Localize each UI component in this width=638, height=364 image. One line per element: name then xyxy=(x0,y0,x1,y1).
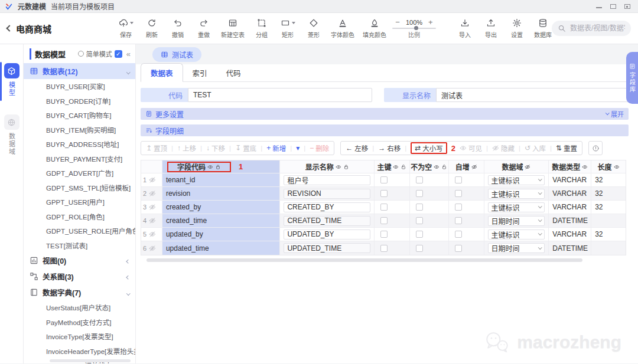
rail-item-data-domain[interactable]: 数据域 xyxy=(4,114,19,156)
rail-item-model[interactable]: 模型 xyxy=(4,63,19,97)
not-null-checkbox[interactable] xyxy=(416,204,423,211)
tool-new-empty-table-button[interactable]: 新建空表 xyxy=(221,18,245,39)
reset-fields-button[interactable]: ⇅重置 xyxy=(556,143,577,153)
info-button[interactable] xyxy=(588,141,603,155)
not-null-checkbox[interactable] xyxy=(416,176,423,183)
cell-field-code[interactable]: created_by xyxy=(162,201,280,214)
more-settings-bar[interactable]: 更多设置 展开 xyxy=(141,108,629,120)
column-header-length[interactable]: 长度 xyxy=(591,160,626,173)
column-header-data-type[interactable]: 数据类型 xyxy=(549,160,591,173)
move-down-button[interactable]: ↓下移 xyxy=(206,143,225,153)
tree-item[interactable]: InvoiceHeaderType[发票抬头类型] xyxy=(24,344,135,359)
primary-key-checkbox[interactable] xyxy=(380,176,388,183)
tool-export-button[interactable]: 导出 xyxy=(482,18,500,39)
tree-item[interactable]: GDPT_SMS_TPL[短信模板] xyxy=(24,181,135,195)
tool-font-color-button[interactable]: 字体颜色 xyxy=(331,18,354,39)
cell-field-code[interactable]: updated_by xyxy=(162,228,280,241)
primary-key-checkbox[interactable] xyxy=(380,217,388,224)
cell-length[interactable]: 32 xyxy=(591,228,626,241)
column-header-not-null[interactable]: 不为空 xyxy=(410,160,449,173)
display-name-input[interactable]: 租户号 xyxy=(284,175,370,185)
cell-data-type[interactable]: VARCHAR xyxy=(549,187,591,200)
set-hidden-button[interactable]: 隐藏 xyxy=(492,143,515,153)
primary-key-checkbox[interactable] xyxy=(380,231,388,238)
tool-fill-color-button[interactable]: 填充颜色 xyxy=(363,18,386,39)
add-field-caret-button[interactable]: ▾ xyxy=(296,144,300,152)
data-domain-select[interactable]: 主键标识 xyxy=(488,175,545,185)
auto-increment-checkbox[interactable] xyxy=(455,245,462,252)
display-name-input[interactable]: UPDATED_BY xyxy=(284,229,370,240)
open-table-chip[interactable]: 测试表 xyxy=(152,47,201,62)
to-library-button[interactable]: ↺入库 xyxy=(525,143,546,153)
sidebar-section-views[interactable]: 视图(0) xyxy=(24,252,135,268)
sidebar-section-dictionaries[interactable]: 数据字典(7) xyxy=(24,284,135,300)
auto-increment-checkbox[interactable] xyxy=(455,204,462,211)
tree-item[interactable]: PayMethod[支付方式] xyxy=(24,315,135,330)
cell-data-type[interactable]: DATETIME xyxy=(549,214,591,227)
tree-item[interactable]: BUYR_USER[买家] xyxy=(24,79,135,94)
minimize-button[interactable] xyxy=(595,3,603,9)
simple-mode-toggle[interactable]: 简单模式 ✓ xyxy=(78,49,122,58)
primary-key-checkbox[interactable] xyxy=(380,190,388,197)
tree-item[interactable]: BUYR_CART[购物车] xyxy=(24,108,135,123)
restore-button[interactable] xyxy=(624,3,631,9)
expand-toggle[interactable]: 展开 xyxy=(606,109,624,119)
toggle-case-button[interactable]: ⇄大小写 xyxy=(411,142,447,154)
move-up-button[interactable]: ↑上移 xyxy=(177,143,196,153)
tool-redo-button[interactable]: 重做 xyxy=(195,18,213,39)
tool-diamond-button[interactable]: 菱形 xyxy=(305,18,323,39)
tab-code[interactable]: 代码 xyxy=(217,64,250,81)
pin-bottom-button[interactable]: ↧置底 xyxy=(235,143,256,153)
data-domain-select[interactable]: 主键标识 xyxy=(488,189,545,199)
tree-item[interactable]: GDPT_ADVERT[广告] xyxy=(24,166,135,181)
column-header-auto-increment[interactable]: 自增 xyxy=(449,160,484,173)
zoom-in-button[interactable]: + xyxy=(428,18,433,27)
sidebar-collapse-icon[interactable]: « xyxy=(126,50,131,58)
cell-data-type[interactable]: VARCHAR xyxy=(549,201,591,214)
tree-item[interactable]: GDPT_ROLE[角色] xyxy=(24,209,135,224)
tool-undo-button[interactable]: 撤销 xyxy=(169,18,187,39)
tool-settings-button[interactable]: 设置 xyxy=(508,18,526,39)
global-search[interactable] xyxy=(552,21,631,36)
primary-key-checkbox[interactable] xyxy=(380,204,388,211)
sidebar-section-tables[interactable]: 数据表(12) xyxy=(24,63,135,79)
delete-field-button[interactable]: −删除 xyxy=(310,143,329,153)
not-null-checkbox[interactable] xyxy=(416,217,423,224)
tab-index[interactable]: 索引 xyxy=(183,64,217,81)
sidebar-scrollbar[interactable] xyxy=(50,359,131,362)
cell-length[interactable] xyxy=(591,214,626,227)
search-input[interactable] xyxy=(570,24,625,32)
tree-item[interactable]: BUYR_ADDRESS[地址] xyxy=(24,137,135,152)
zoom-slider-handle[interactable] xyxy=(414,26,418,30)
tree-item[interactable]: BUYR_ORDER[订单] xyxy=(24,94,135,109)
tool-database-button[interactable]: 数据库 xyxy=(534,18,552,39)
cell-length[interactable]: 32 xyxy=(591,201,626,214)
display-name-input[interactable]: CREATED_BY xyxy=(284,202,370,212)
cell-length[interactable]: 32 xyxy=(591,173,626,186)
auto-increment-checkbox[interactable] xyxy=(455,217,462,224)
code-input[interactable] xyxy=(188,88,372,102)
not-null-checkbox[interactable] xyxy=(416,190,423,197)
sidebar-section-relations[interactable]: 关系图(3) xyxy=(24,268,135,284)
tool-import-button[interactable]: 导入 xyxy=(456,18,474,39)
display-name-input[interactable]: UPDATED_TIME xyxy=(284,243,370,253)
column-header-display-name[interactable]: 显示名称 xyxy=(280,160,375,173)
zoom-slider[interactable] xyxy=(392,28,436,29)
cell-field-code[interactable]: tenant_id xyxy=(162,173,280,186)
tool-rectangle-button[interactable]: 矩形 xyxy=(279,18,297,39)
tool-group-button[interactable]: 分组 xyxy=(253,18,271,39)
column-header-data-domain[interactable]: 数据域 xyxy=(484,160,549,173)
cell-length[interactable]: 32 xyxy=(591,187,626,200)
tool-refresh-button[interactable]: 刷新 xyxy=(143,18,161,39)
cell-data-type[interactable]: VARCHAR xyxy=(549,228,591,241)
back-icon[interactable] xyxy=(6,25,12,31)
move-left-button[interactable]: ←左移 xyxy=(346,143,368,153)
table-horizontal-scrollbar[interactable] xyxy=(147,258,582,262)
cell-data-type[interactable]: VARCHAR xyxy=(549,173,591,186)
display-name-input[interactable] xyxy=(436,88,629,102)
cell-length[interactable] xyxy=(591,241,626,255)
data-domain-select[interactable]: 主键标识 xyxy=(488,229,545,240)
simple-mode-checkbox[interactable]: ✓ xyxy=(115,50,122,58)
auto-increment-checkbox[interactable] xyxy=(455,190,462,197)
field-library-tab[interactable]: 字段库 xyxy=(626,52,638,104)
